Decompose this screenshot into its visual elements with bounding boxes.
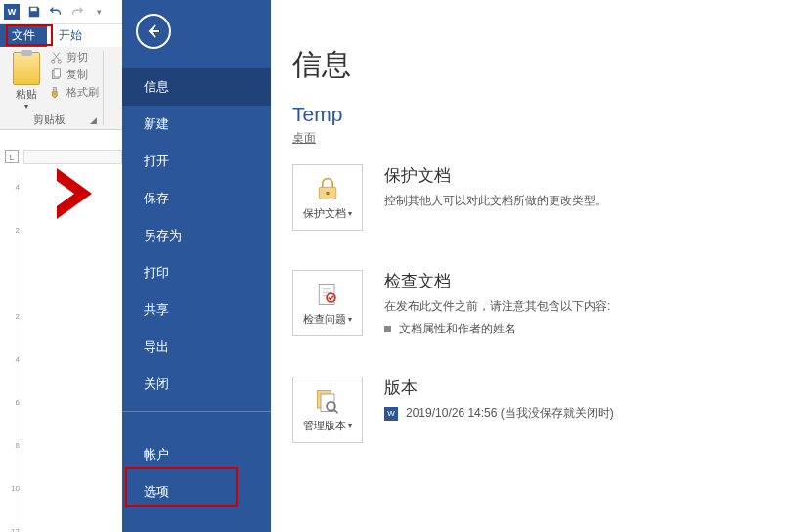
- sidebar-item-share[interactable]: 共享: [122, 291, 271, 329]
- inspect-desc: 在发布此文件之前，请注意其包含以下内容:: [384, 298, 610, 315]
- backstage-sidebar: 信息 新建 打开 保存 另存为 打印 共享 导出 关闭 帐户 选项: [122, 0, 271, 532]
- paste-dropdown-icon[interactable]: ▾: [6, 102, 47, 111]
- versions-icon: [313, 386, 342, 416]
- tab-selector[interactable]: L: [5, 150, 19, 163]
- versions-heading: 版本: [384, 377, 614, 399]
- word-doc-icon: W: [384, 407, 398, 421]
- sidebar-item-saveas[interactable]: 另存为: [122, 217, 271, 254]
- redo-icon[interactable]: [66, 1, 88, 22]
- ruler-tick: 2: [5, 226, 22, 235]
- cut-label: 剪切: [66, 50, 88, 65]
- back-button[interactable]: [136, 14, 171, 49]
- copy-icon: [49, 68, 63, 82]
- tab-home[interactable]: 开始: [47, 24, 94, 47]
- ruler-tick: 2: [5, 312, 22, 321]
- sidebar-item-close[interactable]: 关闭: [122, 366, 271, 403]
- ruler-tick: 6: [5, 398, 22, 407]
- sidebar-item-options[interactable]: 选项: [122, 473, 271, 510]
- paste-icon: [13, 52, 40, 85]
- ruler-tick: 12: [5, 527, 22, 532]
- chevron-down-icon: ▾: [348, 421, 352, 430]
- cut-icon: [49, 51, 63, 65]
- svg-line-12: [334, 410, 338, 414]
- ruler-tick: 4: [5, 183, 22, 192]
- ruler-tick: 10: [5, 484, 22, 493]
- version-entry-text: 2019/10/26 14:56 (当我没保存就关闭时): [406, 405, 614, 421]
- vertical-ruler[interactable]: 4 2 2 4 6 8 10 12: [5, 177, 22, 532]
- horizontal-ruler[interactable]: [23, 150, 122, 164]
- tab-file[interactable]: 文件: [0, 24, 47, 47]
- sidebar-item-account[interactable]: 帐户: [122, 436, 271, 473]
- lock-icon: [313, 174, 342, 203]
- svg-rect-3: [54, 69, 61, 77]
- backstage-content: 信息 Temp 桌面 保护文档 ▾ 保护文档 控制其他人可以对此文档所做的更改类…: [271, 0, 794, 532]
- section-protect: 保护文档 ▾ 保护文档 控制其他人可以对此文档所做的更改类型。: [292, 164, 794, 231]
- section-inspect: 检查问题 ▾ 检查文档 在发布此文件之前，请注意其包含以下内容: 文档属性和作者…: [292, 270, 794, 337]
- document-name: Temp: [292, 103, 794, 126]
- sidebar-item-new[interactable]: 新建: [122, 106, 271, 143]
- protect-heading: 保护文档: [384, 164, 607, 187]
- protect-document-button[interactable]: 保护文档 ▾: [292, 164, 363, 231]
- word-app-icon: W: [4, 4, 20, 20]
- sidebar-item-save[interactable]: 保存: [122, 180, 271, 217]
- sidebar-item-export[interactable]: 导出: [122, 329, 271, 366]
- sidebar-item-info[interactable]: 信息: [122, 68, 271, 106]
- inspect-heading: 检查文档: [384, 270, 610, 292]
- page-title: 信息: [292, 45, 794, 85]
- chevron-down-icon: ▾: [348, 209, 352, 218]
- versions-tile-label: 管理版本: [303, 419, 346, 433]
- format-painter-label: 格式刷: [66, 85, 99, 100]
- svg-rect-4: [53, 88, 56, 92]
- inspect-bullet-text: 文档属性和作者的姓名: [399, 321, 516, 337]
- protect-desc: 控制其他人可以对此文档所做的更改类型。: [384, 193, 607, 209]
- sidebar-item-print[interactable]: 打印: [122, 254, 271, 291]
- sidebar-item-open[interactable]: 打开: [122, 143, 271, 180]
- group-label-clipboard: 剪贴板: [0, 112, 98, 127]
- svg-point-6: [326, 192, 330, 196]
- manage-versions-button[interactable]: 管理版本 ▾: [292, 377, 363, 443]
- inspect-document-button[interactable]: 检查问题 ▾: [292, 270, 363, 336]
- section-versions: 管理版本 ▾ 版本 W 2019/10/26 14:56 (当我没保存就关闭时): [292, 377, 794, 443]
- save-icon[interactable]: [23, 1, 45, 22]
- inspect-tile-label: 检查问题: [303, 312, 346, 327]
- ruler-tick: 8: [5, 441, 22, 450]
- qat-dropdown-icon[interactable]: ▾: [88, 1, 110, 22]
- format-painter-icon: [49, 86, 63, 100]
- inspect-icon: [313, 280, 342, 309]
- ruler-tick: 4: [5, 355, 22, 364]
- clipboard-dialog-launcher-icon[interactable]: ◢: [90, 115, 97, 125]
- copy-label: 复制: [66, 67, 88, 82]
- paste-label: 粘贴: [6, 87, 47, 102]
- chevron-down-icon: ▾: [348, 315, 352, 324]
- copy-button[interactable]: 复制: [49, 67, 99, 82]
- cut-button[interactable]: 剪切: [49, 50, 99, 65]
- document-location-link[interactable]: 桌面: [292, 130, 316, 147]
- bullet-icon: [384, 326, 391, 332]
- inspect-bullet: 文档属性和作者的姓名: [384, 321, 610, 337]
- sidebar-divider: [122, 411, 271, 436]
- group-divider: [103, 51, 104, 125]
- protect-tile-label: 保护文档: [303, 206, 346, 221]
- format-painter-button[interactable]: 格式刷: [49, 85, 99, 100]
- version-entry[interactable]: W 2019/10/26 14:56 (当我没保存就关闭时): [384, 405, 614, 421]
- undo-icon[interactable]: [45, 1, 66, 22]
